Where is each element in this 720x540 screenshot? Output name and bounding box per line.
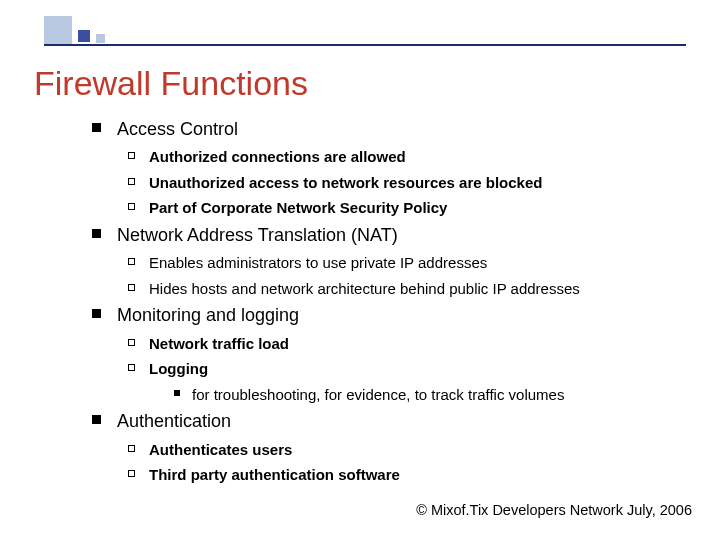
list-item: Logging	[128, 359, 700, 379]
header-rule	[44, 44, 686, 46]
bullet-small-icon	[174, 390, 180, 396]
slide-title: Firewall Functions	[34, 64, 308, 103]
sub-list-item-text: for troubleshooting, for evidence, to tr…	[192, 385, 564, 405]
list-item-text: Authenticates users	[149, 440, 292, 460]
bullet-hollow-icon	[128, 258, 135, 265]
section-heading-text: Access Control	[117, 118, 238, 141]
list-item-text: Authorized connections are allowed	[149, 147, 406, 167]
bullet-hollow-icon	[128, 470, 135, 477]
section-heading-text: Authentication	[117, 410, 231, 433]
list-item-text: Logging	[149, 359, 208, 379]
bullet-hollow-icon	[128, 152, 135, 159]
footer-copyright: © Mixof.Tix Developers Network July, 200…	[416, 502, 692, 518]
section-heading: Network Address Translation (NAT)	[92, 224, 700, 247]
bullet-solid-icon	[92, 123, 101, 132]
sub-list-item: for troubleshooting, for evidence, to tr…	[174, 385, 700, 405]
section-heading: Monitoring and logging	[92, 304, 700, 327]
bullet-solid-icon	[92, 309, 101, 318]
list-item: Authenticates users	[128, 440, 700, 460]
bullet-solid-icon	[92, 415, 101, 424]
section-heading: Authentication	[92, 410, 700, 433]
deco-large-square	[44, 16, 72, 44]
section-heading-text: Network Address Translation (NAT)	[117, 224, 398, 247]
list-item-text: Third party authentication software	[149, 465, 400, 485]
list-item: Unauthorized access to network resources…	[128, 173, 700, 193]
list-item-text: Hides hosts and network architecture beh…	[149, 279, 580, 299]
list-item-text: Enables administrators to use private IP…	[149, 253, 487, 273]
bullet-hollow-icon	[128, 284, 135, 291]
list-item-text: Unauthorized access to network resources…	[149, 173, 542, 193]
list-item: Third party authentication software	[128, 465, 700, 485]
deco-small-square-2	[96, 34, 105, 43]
list-item-text: Network traffic load	[149, 334, 289, 354]
deco-small-square-1	[78, 30, 90, 42]
list-item: Network traffic load	[128, 334, 700, 354]
bullet-hollow-icon	[128, 339, 135, 346]
list-item: Authorized connections are allowed	[128, 147, 700, 167]
section-heading-text: Monitoring and logging	[117, 304, 299, 327]
bullet-solid-icon	[92, 229, 101, 238]
list-item: Hides hosts and network architecture beh…	[128, 279, 700, 299]
list-item: Part of Corporate Network Security Polic…	[128, 198, 700, 218]
slide-body: Access Control Authorized connections ar…	[92, 112, 700, 487]
bullet-hollow-icon	[128, 178, 135, 185]
bullet-hollow-icon	[128, 364, 135, 371]
header-decoration	[44, 12, 686, 46]
list-item-text: Part of Corporate Network Security Polic…	[149, 198, 447, 218]
bullet-hollow-icon	[128, 203, 135, 210]
list-item: Enables administrators to use private IP…	[128, 253, 700, 273]
bullet-hollow-icon	[128, 445, 135, 452]
section-heading: Access Control	[92, 118, 700, 141]
